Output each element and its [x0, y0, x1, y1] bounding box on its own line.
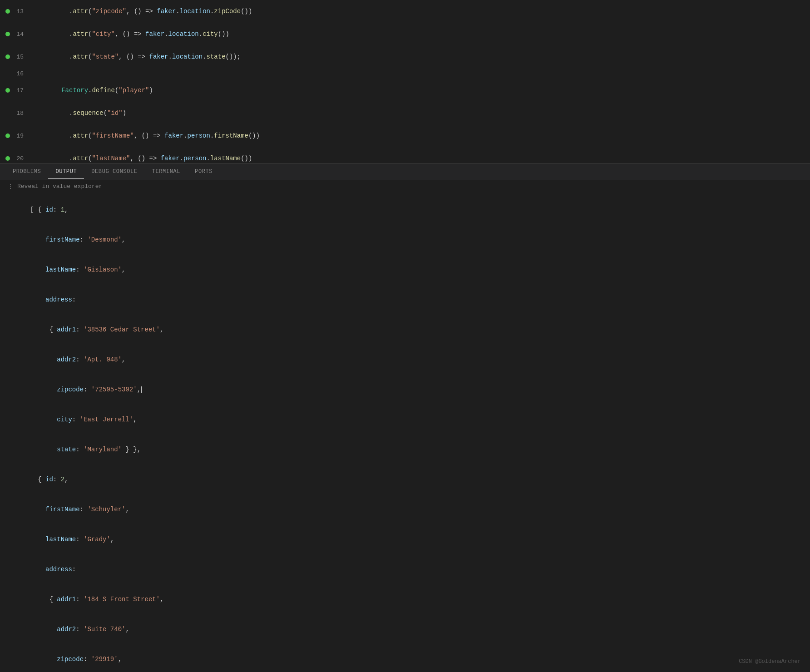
editor-section: 13 .attr("zipcode", () => faker.location…	[0, 0, 810, 163]
tab-output[interactable]: OUTPUT	[48, 165, 84, 179]
output-line-6: addr2: 'Apt. 948',	[7, 345, 803, 375]
output-line-10: { id: 2,	[7, 464, 803, 494]
output-line-4: address:	[7, 285, 803, 315]
tab-debug-console[interactable]: DEBUG CONSOLE	[84, 165, 144, 179]
code-text-18: .sequence("id")	[27, 102, 810, 124]
line-number-19: 19	[13, 133, 24, 139]
code-text-14: .attr("city", () => faker.location.city(…	[27, 23, 810, 45]
reveal-icon: ⋮	[7, 183, 14, 190]
code-line-16: 16	[0, 68, 810, 79]
code-editor: 13 .attr("zipcode", () => faker.location…	[0, 0, 810, 163]
output-line-11: firstName: 'Schuyler',	[7, 494, 803, 524]
output-line-3: lastName: 'Gislason',	[7, 255, 803, 285]
tab-terminal[interactable]: TERMINAL	[145, 165, 188, 179]
tab-ports[interactable]: PORTS	[188, 165, 220, 179]
output-line-5: { addr1: '38536 Cedar Street',	[7, 315, 803, 345]
line-number-14: 14	[13, 31, 24, 38]
line-number-20: 20	[13, 155, 24, 162]
output-line-15: addr2: 'Suite 740',	[7, 614, 803, 644]
code-line-17: 17 Factory.define("player")	[0, 79, 810, 102]
tab-problems[interactable]: PROBLEMS	[5, 165, 48, 179]
output-line-9: state: 'Maryland' } },	[7, 435, 803, 464]
line-number-13: 13	[13, 8, 24, 15]
breakpoint-dot-19[interactable]	[5, 133, 10, 138]
breakpoint-dot-17[interactable]	[5, 88, 10, 93]
output-section: ⋮ Reveal in value explorer [ { id: 1, fi…	[0, 180, 810, 672]
output-line-13: address:	[7, 554, 803, 584]
code-line-18: 18 .sequence("id")	[0, 102, 810, 124]
code-text-19: .attr("firstName", () => faker.person.fi…	[27, 125, 810, 147]
line-number-16: 16	[13, 70, 24, 77]
breakpoint-dot-15[interactable]	[5, 54, 10, 59]
code-line-19: 19 .attr("firstName", () => faker.person…	[0, 124, 810, 147]
code-line-15: 15 .attr("state", () => faker.location.s…	[0, 45, 810, 68]
output-line-8: city: 'East Jerrell',	[7, 405, 803, 435]
output-line-7: zipcode: '72595-5392',	[7, 375, 803, 405]
output-line-16: zipcode: '29919',	[7, 644, 803, 672]
reveal-bar[interactable]: ⋮ Reveal in value explorer	[0, 180, 810, 193]
breakpoint-dot-14[interactable]	[5, 32, 10, 36]
output-line-12: lastName: 'Grady',	[7, 524, 803, 554]
line-number-15: 15	[13, 54, 24, 60]
panel-tabs: PROBLEMS OUTPUT DEBUG CONSOLE TERMINAL P…	[0, 163, 810, 180]
line-number-18: 18	[13, 110, 24, 117]
code-line-20: 20 .attr("lastName", () => faker.person.…	[0, 147, 810, 163]
output-content: [ { id: 1, firstName: 'Desmond', lastNam…	[0, 193, 810, 672]
code-text-15: .attr("state", () => faker.location.stat…	[27, 46, 810, 68]
code-line-14: 14 .attr("city", () => faker.location.ci…	[0, 23, 810, 45]
code-text-20: .attr("lastName", () => faker.person.las…	[27, 148, 810, 163]
output-line-14: { addr1: '184 S Front Street',	[7, 584, 803, 614]
code-text-17: Factory.define("player")	[27, 79, 810, 101]
output-line-1: [ { id: 1,	[7, 195, 803, 225]
watermark: CSDN @GoldenaArcher	[739, 658, 801, 665]
code-line-13: 13 .attr("zipcode", () => faker.location…	[0, 0, 810, 23]
code-text-13: .attr("zipcode", () => faker.location.zi…	[27, 0, 810, 22]
output-line-2: firstName: 'Desmond',	[7, 225, 803, 255]
breakpoint-dot-13[interactable]	[5, 9, 10, 14]
breakpoint-dot-20[interactable]	[5, 156, 10, 161]
reveal-label: Reveal in value explorer	[17, 183, 102, 190]
line-number-17: 17	[13, 87, 24, 94]
